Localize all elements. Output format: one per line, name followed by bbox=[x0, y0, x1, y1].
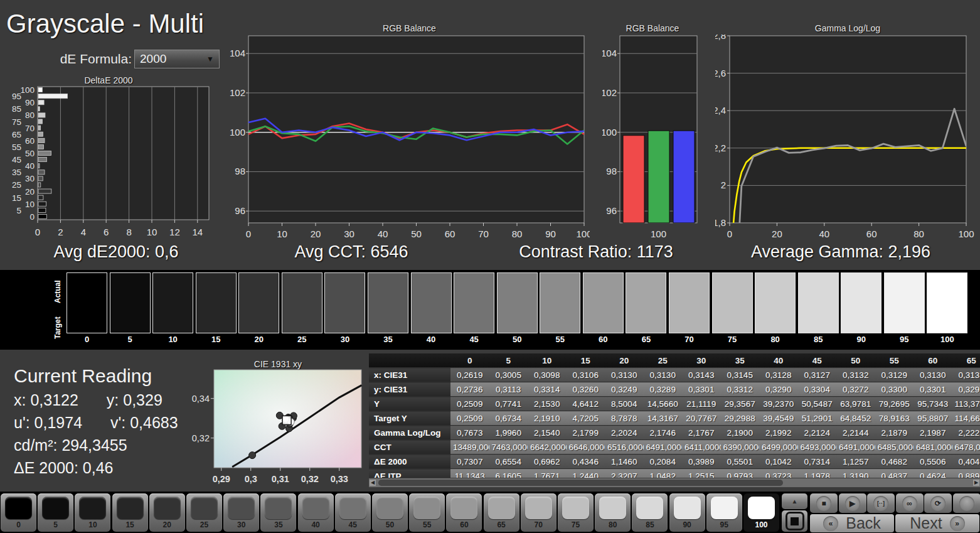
grayscale-swatch-label: 55 bbox=[540, 335, 580, 345]
table-cell: 0,4346 bbox=[567, 455, 605, 469]
svg-text:2,8: 2,8 bbox=[715, 35, 726, 41]
svg-text:2,2: 2,2 bbox=[715, 143, 726, 153]
svg-text:0: 0 bbox=[727, 229, 732, 239]
record-button[interactable] bbox=[953, 493, 980, 513]
svg-text:20: 20 bbox=[772, 229, 782, 239]
grayscale-swatch-label: 90 bbox=[841, 335, 881, 345]
contrast-ratio-stat: Contrast Ratio: 1173 bbox=[477, 242, 715, 262]
deltae-bar-80 bbox=[38, 113, 45, 117]
table-row: CCT13489,00007463,00006642,00006646,0000… bbox=[369, 440, 980, 455]
table-cell: 0,3300 bbox=[875, 382, 914, 397]
pattern-patch-button-45[interactable]: 45 bbox=[335, 493, 371, 532]
table-cell: 1,2515 bbox=[682, 469, 721, 478]
patch-swatch bbox=[191, 497, 218, 519]
pattern-patch-button-30[interactable]: 30 bbox=[223, 493, 259, 532]
refresh-button[interactable]: ⟳ bbox=[924, 493, 952, 513]
grayscale-swatch-label: 45 bbox=[454, 335, 494, 345]
table-col-header-10: 10 bbox=[528, 353, 567, 368]
scroll-right-arrow-icon[interactable]: ▶ bbox=[973, 480, 979, 486]
single-measure-button[interactable]: [··] bbox=[867, 493, 895, 513]
de-formula-select[interactable]: 2000 ▼ bbox=[134, 50, 220, 68]
grayscale-swatch-label: 65 bbox=[626, 335, 666, 345]
deltae-bar-85 bbox=[38, 107, 40, 111]
next-button[interactable]: Next » bbox=[895, 514, 979, 532]
pattern-window-button[interactable] bbox=[782, 510, 807, 532]
continuous-measure-button[interactable]: ∞ bbox=[896, 493, 924, 513]
table-cell: 63,9781 bbox=[836, 397, 875, 411]
scrollbar-thumb[interactable] bbox=[378, 480, 783, 486]
pattern-patch-button-5[interactable]: 5 bbox=[38, 493, 73, 532]
table-cell: 6478,0000 bbox=[952, 440, 980, 455]
page-title: Grayscale - Multi bbox=[6, 9, 204, 39]
table-cell: 0,3304 bbox=[798, 382, 837, 397]
table-cell: 6485,0000 bbox=[875, 440, 914, 455]
table-cell: 2,2124 bbox=[798, 426, 837, 440]
play-button[interactable]: ▶ bbox=[839, 493, 866, 513]
grayscale-swatch-label: 80 bbox=[755, 335, 796, 345]
svg-text:102: 102 bbox=[602, 87, 617, 98]
pattern-patch-button-20[interactable]: 20 bbox=[149, 493, 185, 532]
pattern-patch-button-100[interactable]: 100 bbox=[743, 493, 779, 532]
pattern-patch-button-40[interactable]: 40 bbox=[298, 493, 334, 532]
table-col-header-15: 15 bbox=[567, 353, 605, 368]
svg-text:0,32: 0,32 bbox=[192, 433, 210, 443]
pattern-patch-button-70[interactable]: 70 bbox=[521, 493, 557, 532]
table-cell: 4,7205 bbox=[567, 411, 605, 426]
grayscale-swatch-label: 60 bbox=[583, 335, 624, 345]
table-col-header-20: 20 bbox=[605, 353, 644, 368]
table-cell: 2,2144 bbox=[836, 426, 875, 440]
grayscale-swatch-label: 95 bbox=[884, 335, 925, 345]
table-col-header-45: 45 bbox=[798, 353, 837, 368]
svg-text:1,8: 1,8 bbox=[715, 217, 726, 228]
pattern-patch-button-25[interactable]: 25 bbox=[186, 493, 222, 532]
table-cell: 0,3290 bbox=[759, 382, 798, 397]
table-row-label: ΔE ITP bbox=[369, 469, 450, 478]
scroll-left-arrow-icon[interactable]: ◀ bbox=[370, 480, 376, 486]
svg-text:96: 96 bbox=[606, 205, 617, 216]
pattern-patch-button-0[interactable]: 0 bbox=[1, 493, 36, 532]
patch-label: 30 bbox=[223, 520, 259, 529]
grayscale-swatch-55 bbox=[540, 272, 580, 333]
table-cell: 0,3130 bbox=[605, 368, 644, 382]
pattern-patch-button-95[interactable]: 95 bbox=[706, 493, 742, 532]
back-button[interactable]: « Back bbox=[810, 514, 894, 532]
table-row-label: CCT bbox=[369, 440, 450, 455]
pattern-patch-button-80[interactable]: 80 bbox=[595, 493, 631, 532]
pattern-patch-button-90[interactable]: 90 bbox=[669, 493, 705, 532]
rgb-bar-blue bbox=[673, 131, 695, 223]
pattern-up-button[interactable]: ▲ bbox=[782, 493, 807, 509]
table-corner-cell bbox=[369, 353, 450, 368]
grayscale-swatch-label: 5 bbox=[110, 335, 151, 345]
table-cell: 2,2024 bbox=[605, 426, 644, 440]
grayscale-swatch-label: 85 bbox=[798, 335, 839, 345]
pattern-patch-button-65[interactable]: 65 bbox=[484, 493, 519, 532]
pattern-patch-button-10[interactable]: 10 bbox=[75, 493, 110, 532]
grayscale-swatch-0 bbox=[67, 272, 107, 333]
pattern-patch-button-60[interactable]: 60 bbox=[446, 493, 482, 532]
patch-label: 95 bbox=[706, 520, 742, 529]
svg-text:35: 35 bbox=[12, 168, 21, 177]
table-cell: 4,6412 bbox=[567, 397, 605, 411]
pattern-patch-button-50[interactable]: 50 bbox=[372, 493, 408, 532]
table-horizontal-scrollbar[interactable]: ◀ ▶ bbox=[369, 478, 980, 487]
svg-text:100: 100 bbox=[651, 229, 666, 239]
pattern-patch-button-85[interactable]: 85 bbox=[632, 493, 668, 532]
svg-text:100: 100 bbox=[576, 229, 590, 239]
table-cell: 0,3143 bbox=[682, 368, 721, 382]
table-cell: 0,3260 bbox=[567, 382, 605, 397]
deltae-bar-90 bbox=[38, 100, 44, 105]
pattern-patch-button-55[interactable]: 55 bbox=[409, 493, 445, 532]
table-cell: 0,2509 bbox=[450, 411, 489, 426]
pattern-patch-button-15[interactable]: 15 bbox=[112, 493, 148, 532]
table-row: Gamma Log/Log0,76731,99602,15402,17992,2… bbox=[369, 426, 980, 440]
table-cell: 0,3314 bbox=[528, 382, 567, 397]
grayscale-swatch-label: 20 bbox=[238, 335, 279, 345]
pattern-patch-button-75[interactable]: 75 bbox=[558, 493, 594, 532]
stop-button[interactable]: ■ bbox=[810, 493, 838, 513]
patch-swatch bbox=[674, 497, 701, 519]
grayscale-swatch-100 bbox=[927, 272, 967, 333]
patch-swatch bbox=[488, 497, 515, 519]
record-icon bbox=[959, 496, 974, 511]
pattern-patch-button-35[interactable]: 35 bbox=[260, 493, 296, 532]
grayscale-swatch-60 bbox=[583, 272, 624, 333]
